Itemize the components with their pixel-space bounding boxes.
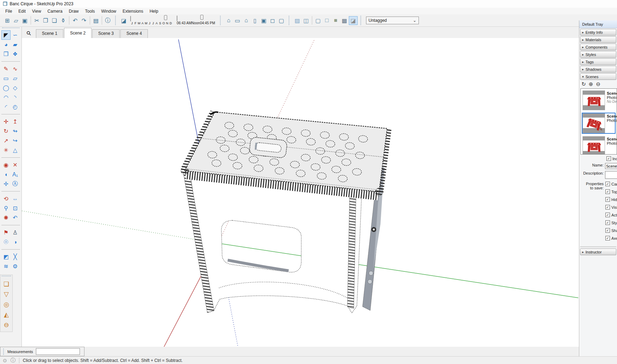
rotated-rectangle-tool[interactable]: ▱ [11,74,20,83]
view-back-button[interactable]: ▣ [259,16,268,25]
model-info-button[interactable]: ⓘ [103,16,112,25]
line-tool[interactable]: ✎ [1,64,11,74]
geolocation-icon[interactable]: ⊙ [3,358,7,363]
look-around-tool[interactable]: ☉ [1,237,11,247]
push-pull-tool[interactable]: ↥ [11,117,20,126]
toolbar-grip[interactable] [289,16,291,25]
palette-grip[interactable] [2,27,19,30]
orbit-tool[interactable]: ⟲ [1,194,11,203]
toolbar-grip[interactable] [115,16,117,25]
tray-title[interactable]: Default Tray [579,20,617,28]
view-top-button[interactable]: ▭ [233,16,242,25]
display-section-cuts-tool[interactable]: ≋ [1,262,11,271]
print-button[interactable]: ▤ [92,16,100,25]
eraser-tool[interactable]: ▰ [11,40,20,49]
redo-button[interactable]: ↷ [80,16,88,25]
arc-2pt-tool[interactable]: ◠ [1,93,11,102]
scene-property-checkbox[interactable]: ✓ Axe [605,236,617,240]
shadows-toggle-button[interactable]: ◪ [119,16,128,25]
scene-name-input[interactable] [605,163,617,169]
menu-item[interactable]: Edit [15,8,29,14]
save-button[interactable]: ▣ [20,16,29,25]
undo-button[interactable]: ↶ [71,16,80,25]
menu-item[interactable]: Tools [82,8,98,14]
menu-item[interactable]: Help [146,8,162,14]
style-xray-button[interactable]: ▨ [293,16,302,25]
style-back-edges-button[interactable]: ◫ [302,16,310,25]
style-shaded-button[interactable]: ■ [331,16,340,25]
scene-property-checkbox[interactable]: ✓ Act [605,213,617,217]
rotate-tool[interactable]: ↻ [1,126,11,136]
checkbox-icon[interactable]: ✓ [606,156,611,161]
position-camera-tool[interactable]: ⚑ [1,228,11,237]
menu-item[interactable]: Draw [66,8,82,14]
offset-tool[interactable]: ↪ [11,136,20,145]
menu-item[interactable]: View [29,8,44,14]
credits-icon[interactable]: ⓘ [11,357,15,364]
open-button[interactable]: ▱ [12,16,20,25]
date-slider-handle[interactable] [164,15,167,20]
tray-section-header[interactable]: ▸ Materials [580,36,616,43]
cone-volume-tool[interactable]: ◭ [2,310,11,319]
view-bottom-button[interactable]: ▢ [277,16,286,25]
refresh-scene-button[interactable]: ↻ [581,81,586,87]
drape-tool[interactable]: ▽ [2,289,11,299]
scale-tool[interactable]: ↗ [1,136,11,145]
zoom-extents-tool[interactable]: ✺ [1,213,11,222]
tray-section-header[interactable]: ▸ Tags [580,58,616,65]
photo-textures-tool[interactable]: ❏ [2,279,11,289]
checkbox-icon[interactable]: ✓ [605,205,610,209]
scene-property-checkbox[interactable]: ✓ Sha [605,228,617,233]
checkbox-icon[interactable]: ✓ [605,236,610,240]
checkbox-icon[interactable]: ✓ [605,182,610,186]
tray-resize-handle[interactable] [580,246,616,248]
scene-tab[interactable]: Scene 2 [64,28,92,38]
scene-property-checkbox[interactable]: ✓ Car [605,182,617,186]
search-icon[interactable]: ⚲ [22,28,36,38]
protractor-tool[interactable]: ◖ [1,170,11,179]
scene-tab[interactable]: Scene 3 [92,29,120,38]
erase-button[interactable]: ⚱ [59,16,68,25]
toolbar-grip[interactable] [360,16,363,25]
style-monochrome-button[interactable]: ◪ [349,16,358,25]
menu-item[interactable]: Extensions [119,8,146,14]
paint-bucket-tool[interactable]: ◕ [1,40,11,49]
section-settings-tool[interactable]: ⚙ [11,262,20,271]
text-tool[interactable]: A₁ [11,170,20,179]
tray-section-header[interactable]: ▸ Styles [580,51,616,58]
select-tool[interactable]: ◤ [1,30,11,40]
scene-thumbnail[interactable] [583,90,605,110]
axes-arrows-tool[interactable]: ✳ [1,145,11,155]
model-viewport[interactable]: ⚲ Scene 1 Scene 2 Scene 3 Scene 4 [22,27,579,347]
scene-list-item[interactable]: Scene Photo: No Des ✎ [582,90,616,111]
lasso-tool[interactable]: ∽ [11,30,20,40]
tray-section-instructor[interactable]: ▸ Instructor [580,249,616,255]
arc-tool[interactable]: ◜ [1,102,11,112]
style-textured-button[interactable]: ▩ [340,16,349,25]
style-hidden-line-button[interactable]: □ [322,16,331,25]
checkbox-icon[interactable]: ✓ [605,228,610,233]
scene-tab[interactable]: Scene 1 [36,29,63,38]
tray-section-header[interactable]: ▸ Shadows [580,66,616,73]
view-right-button[interactable]: ▯ [251,16,259,25]
checkbox-icon[interactable]: ✓ [605,189,610,194]
scene-property-checkbox[interactable]: ✓ Top [605,189,617,194]
paste-button[interactable]: ❏ [50,16,59,25]
scene-thumbnail[interactable] [583,136,605,155]
view-front-button[interactable]: ⌂ [242,16,251,25]
tag-tool[interactable]: ❖ [11,49,20,59]
zoom-window-tool[interactable]: ⊡ [11,203,20,213]
view-left-button[interactable]: ◻ [268,16,277,25]
toolbar-grip[interactable] [3,349,5,355]
menu-item[interactable]: File [2,8,15,14]
3d-text-tool[interactable]: Ⓐ [11,179,20,189]
menu-item[interactable]: Camera [44,8,66,14]
add-scene-button[interactable]: ⊕ [589,81,593,87]
scene-description-input[interactable] [605,171,617,179]
toolbar-grip[interactable] [220,16,222,25]
tray-section-header[interactable]: ▸ Entity Info [580,29,616,36]
tray-section-header[interactable]: ▸ Components [580,44,616,50]
section-plane-tool[interactable]: ◩ [1,252,11,262]
new-button[interactable]: ⊞ [3,16,12,25]
include-in-animation-checkbox[interactable]: ✓ Inc [606,156,617,161]
